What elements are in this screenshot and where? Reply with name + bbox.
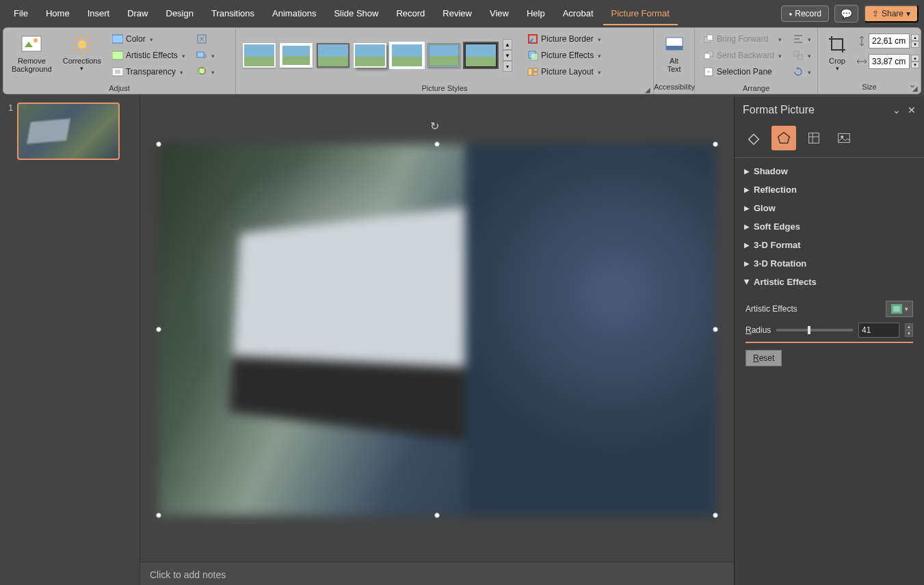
rotation-handle[interactable]: ↻ [430,120,444,133]
resize-handle-s[interactable] [434,513,440,518]
menu-file[interactable]: File [5,3,36,25]
width-spin-down[interactable]: ▼ [911,62,919,68]
height-spin-down[interactable]: ▼ [911,41,919,48]
group-button[interactable] [790,49,814,62]
section-soft-edges[interactable]: ▶Soft Edges [743,217,916,236]
slide-thumbnail-item[interactable]: 1 [8,103,131,160]
share-button[interactable]: ⇪Share▾ [864,5,919,23]
remove-background-button[interactable]: Remove Background [6,31,57,76]
menu-slide-show[interactable]: Slide Show [326,3,386,25]
resize-handle-e[interactable] [713,327,718,332]
picture-style-thumb[interactable] [280,43,313,68]
width-spin-up[interactable]: ▲ [911,55,919,62]
section-artistic-effects[interactable]: ▶Artistic Effects [743,273,916,291]
tab-fill-line[interactable] [741,126,766,150]
transparency-button[interactable]: Transparency [109,65,188,79]
send-backward-icon [703,50,714,61]
menu-view[interactable]: View [481,3,517,25]
menu-picture-format[interactable]: Picture Format [603,3,678,25]
gallery-scroll-down[interactable]: ▼ [503,50,512,61]
width-input[interactable] [869,54,910,69]
tab-effects[interactable] [771,126,796,150]
menu-home[interactable]: Home [38,3,78,25]
radius-spin-down[interactable]: ▼ [905,330,913,337]
chevron-right-icon: ▶ [744,241,750,249]
menu-help[interactable]: Help [518,3,553,25]
artistic-effects-gallery-button[interactable]: ▾ [886,301,913,317]
pane-close-button[interactable]: ✕ [908,105,916,115]
svg-rect-29 [704,53,710,59]
bring-forward-button[interactable]: Bring Forward [700,32,784,46]
radius-input[interactable] [858,323,899,338]
menu-transitions[interactable]: Transitions [203,3,263,25]
align-button[interactable] [790,32,814,46]
menu-acrobat[interactable]: Acrobat [555,3,602,25]
menu-draw[interactable]: Draw [119,3,156,25]
height-input[interactable] [869,33,910,49]
reset-button[interactable]: Reset [745,350,782,366]
section-reflection[interactable]: ▶Reflection [743,180,916,199]
picture-style-thumb[interactable] [427,43,460,68]
border-icon [527,33,538,44]
crop-button[interactable]: Crop ▾ [821,31,854,74]
resize-handle-ne[interactable] [713,141,718,147]
radius-slider-thumb[interactable] [808,326,810,334]
radius-spin-up[interactable]: ▲ [905,323,913,330]
picture-effects-label: Picture Effects [541,51,594,60]
slide-thumbnail[interactable] [17,103,120,160]
slides-panel[interactable]: 1 [0,97,140,585]
resize-handle-se[interactable] [713,513,718,518]
compress-pictures-button[interactable] [194,32,217,46]
chevron-down-icon [210,67,215,77]
menu-review[interactable]: Review [434,3,480,25]
artistic-effects-button[interactable]: Artistic Effects [109,49,188,62]
comments-button[interactable]: 💬 [834,5,858,23]
tab-picture[interactable] [832,126,856,150]
reset-picture-button[interactable] [194,65,217,79]
resize-handle-n[interactable] [434,141,440,147]
size-group-label: Size◢ [818,81,921,94]
selection-pane-button[interactable]: Selection Pane [700,65,784,79]
corrections-button[interactable]: Corrections ▾ [57,31,107,74]
menu-design[interactable]: Design [158,3,202,25]
picture-style-thumb[interactable] [354,43,386,68]
section-shadow[interactable]: ▶Shadow [743,162,916,180]
menu-items: File Home Insert Draw Design Transitions… [5,3,678,25]
radius-slider[interactable] [776,329,853,331]
picture-style-thumb[interactable] [317,43,349,68]
collapse-ribbon-button[interactable]: ⌄ [908,79,916,90]
svg-point-1 [34,38,38,42]
menu-insert[interactable]: Insert [79,3,118,25]
gallery-scroll-up[interactable]: ▲ [503,39,512,50]
gallery-more[interactable]: ▾ [503,61,512,72]
picture-border-button[interactable]: Picture Border [525,32,604,46]
height-spin-up[interactable]: ▲ [911,34,919,41]
picture-layout-button[interactable]: Picture Layout [525,65,604,79]
canvas-area[interactable]: ↻ [140,97,734,562]
chevron-down-icon [596,67,601,77]
menu-animations[interactable]: Animations [264,3,324,25]
picture-style-thumb[interactable] [391,43,423,68]
notes-area[interactable]: Click to add notes [140,562,734,585]
pane-options-button[interactable]: ⌄ [893,105,901,115]
resize-handle-w[interactable] [156,327,161,332]
change-picture-button[interactable] [194,49,217,62]
tab-size-properties[interactable] [802,126,826,150]
selected-picture[interactable]: ↻ [159,144,715,515]
pane-body[interactable]: ▶Shadow ▶Reflection ▶Glow ▶Soft Edges ▶3… [735,158,924,585]
resize-handle-nw[interactable] [156,141,161,147]
picture-styles-dialog-launcher[interactable]: ◢ [644,85,652,94]
rotate-button[interactable] [790,65,814,79]
section-3d-rotation[interactable]: ▶3-D Rotation [743,254,916,273]
resize-handle-sw[interactable] [156,513,161,518]
color-button[interactable]: Color [109,32,188,46]
picture-style-thumb-selected[interactable] [464,43,497,68]
picture-effects-button[interactable]: Picture Effects [525,49,604,62]
record-button[interactable]: Record [781,5,829,22]
menu-record[interactable]: Record [388,3,433,25]
section-glow[interactable]: ▶Glow [743,199,916,217]
alt-text-button[interactable]: Alt Text [658,31,691,76]
send-backward-button[interactable]: Send Backward [700,49,784,62]
picture-style-thumb[interactable] [243,43,276,68]
section-3d-format[interactable]: ▶3-D Format [743,236,916,254]
